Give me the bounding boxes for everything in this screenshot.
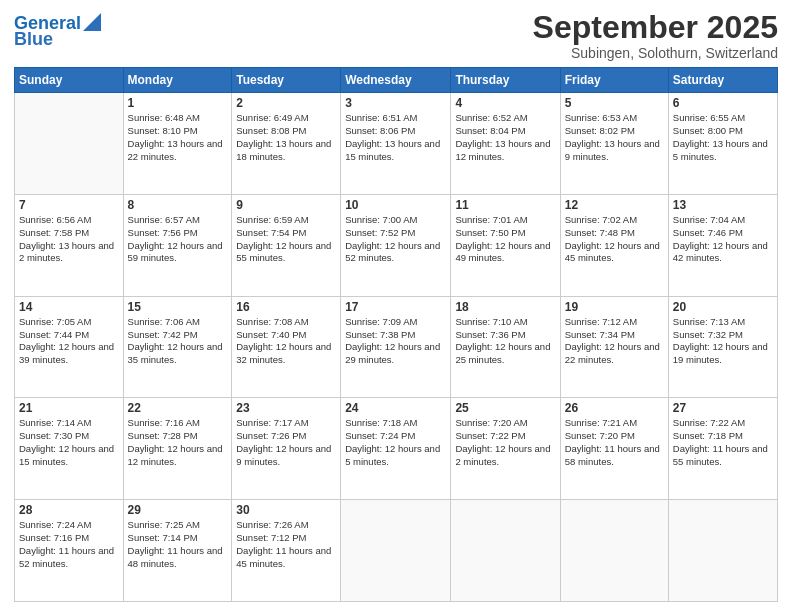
sunset-text: Sunset: 7:28 PM	[128, 430, 228, 443]
sunrise-text: Sunrise: 7:05 AM	[19, 316, 119, 329]
sunset-text: Sunset: 7:22 PM	[455, 430, 555, 443]
daylight-text: Daylight: 12 hours and 59 minutes.	[128, 240, 228, 266]
day-cell: 8 Sunrise: 6:57 AM Sunset: 7:56 PM Dayli…	[123, 194, 232, 296]
cell-content: Sunrise: 7:18 AM Sunset: 7:24 PM Dayligh…	[345, 417, 446, 468]
daylight-text: Daylight: 13 hours and 12 minutes.	[455, 138, 555, 164]
cell-content: Sunrise: 7:17 AM Sunset: 7:26 PM Dayligh…	[236, 417, 336, 468]
day-cell: 28 Sunrise: 7:24 AM Sunset: 7:16 PM Dayl…	[15, 500, 124, 602]
sunrise-text: Sunrise: 7:09 AM	[345, 316, 446, 329]
sunrise-text: Sunrise: 6:48 AM	[128, 112, 228, 125]
sunrise-text: Sunrise: 7:12 AM	[565, 316, 664, 329]
sunrise-text: Sunrise: 6:57 AM	[128, 214, 228, 227]
day-cell: 15 Sunrise: 7:06 AM Sunset: 7:42 PM Dayl…	[123, 296, 232, 398]
week-row-2: 7 Sunrise: 6:56 AM Sunset: 7:58 PM Dayli…	[15, 194, 778, 296]
sunrise-text: Sunrise: 7:21 AM	[565, 417, 664, 430]
day-number: 5	[565, 96, 664, 110]
day-number: 8	[128, 198, 228, 212]
daylight-text: Daylight: 12 hours and 25 minutes.	[455, 341, 555, 367]
sunset-text: Sunset: 7:52 PM	[345, 227, 446, 240]
cell-content: Sunrise: 7:14 AM Sunset: 7:30 PM Dayligh…	[19, 417, 119, 468]
sunrise-text: Sunrise: 7:02 AM	[565, 214, 664, 227]
cell-content: Sunrise: 7:21 AM Sunset: 7:20 PM Dayligh…	[565, 417, 664, 468]
day-number: 4	[455, 96, 555, 110]
day-cell: 17 Sunrise: 7:09 AM Sunset: 7:38 PM Dayl…	[341, 296, 451, 398]
day-cell	[560, 500, 668, 602]
logo: General Blue	[14, 14, 101, 50]
day-number: 10	[345, 198, 446, 212]
sunset-text: Sunset: 7:40 PM	[236, 329, 336, 342]
sunrise-text: Sunrise: 6:55 AM	[673, 112, 773, 125]
cell-content: Sunrise: 6:59 AM Sunset: 7:54 PM Dayligh…	[236, 214, 336, 265]
daylight-text: Daylight: 12 hours and 2 minutes.	[455, 443, 555, 469]
sunset-text: Sunset: 7:14 PM	[128, 532, 228, 545]
col-saturday: Saturday	[668, 68, 777, 93]
day-cell: 10 Sunrise: 7:00 AM Sunset: 7:52 PM Dayl…	[341, 194, 451, 296]
day-cell	[668, 500, 777, 602]
sunrise-text: Sunrise: 6:56 AM	[19, 214, 119, 227]
sunrise-text: Sunrise: 7:20 AM	[455, 417, 555, 430]
sunset-text: Sunset: 8:08 PM	[236, 125, 336, 138]
day-cell: 23 Sunrise: 7:17 AM Sunset: 7:26 PM Dayl…	[232, 398, 341, 500]
day-cell: 22 Sunrise: 7:16 AM Sunset: 7:28 PM Dayl…	[123, 398, 232, 500]
day-cell: 2 Sunrise: 6:49 AM Sunset: 8:08 PM Dayli…	[232, 93, 341, 195]
daylight-text: Daylight: 12 hours and 49 minutes.	[455, 240, 555, 266]
sunset-text: Sunset: 7:56 PM	[128, 227, 228, 240]
day-cell: 29 Sunrise: 7:25 AM Sunset: 7:14 PM Dayl…	[123, 500, 232, 602]
day-cell: 30 Sunrise: 7:26 AM Sunset: 7:12 PM Dayl…	[232, 500, 341, 602]
day-cell: 12 Sunrise: 7:02 AM Sunset: 7:48 PM Dayl…	[560, 194, 668, 296]
cell-content: Sunrise: 7:04 AM Sunset: 7:46 PM Dayligh…	[673, 214, 773, 265]
sunrise-text: Sunrise: 7:26 AM	[236, 519, 336, 532]
day-cell: 13 Sunrise: 7:04 AM Sunset: 7:46 PM Dayl…	[668, 194, 777, 296]
week-row-5: 28 Sunrise: 7:24 AM Sunset: 7:16 PM Dayl…	[15, 500, 778, 602]
cell-content: Sunrise: 6:56 AM Sunset: 7:58 PM Dayligh…	[19, 214, 119, 265]
sunset-text: Sunset: 7:26 PM	[236, 430, 336, 443]
day-number: 12	[565, 198, 664, 212]
sunset-text: Sunset: 8:04 PM	[455, 125, 555, 138]
sunset-text: Sunset: 7:50 PM	[455, 227, 555, 240]
day-cell: 6 Sunrise: 6:55 AM Sunset: 8:00 PM Dayli…	[668, 93, 777, 195]
day-number: 15	[128, 300, 228, 314]
daylight-text: Daylight: 11 hours and 58 minutes.	[565, 443, 664, 469]
day-number: 28	[19, 503, 119, 517]
cell-content: Sunrise: 7:20 AM Sunset: 7:22 PM Dayligh…	[455, 417, 555, 468]
day-cell	[15, 93, 124, 195]
col-monday: Monday	[123, 68, 232, 93]
sunrise-text: Sunrise: 7:22 AM	[673, 417, 773, 430]
daylight-text: Daylight: 12 hours and 22 minutes.	[565, 341, 664, 367]
cell-content: Sunrise: 7:24 AM Sunset: 7:16 PM Dayligh…	[19, 519, 119, 570]
day-number: 25	[455, 401, 555, 415]
sunset-text: Sunset: 7:18 PM	[673, 430, 773, 443]
sunset-text: Sunset: 8:00 PM	[673, 125, 773, 138]
daylight-text: Daylight: 11 hours and 48 minutes.	[128, 545, 228, 571]
day-cell: 27 Sunrise: 7:22 AM Sunset: 7:18 PM Dayl…	[668, 398, 777, 500]
sunrise-text: Sunrise: 7:14 AM	[19, 417, 119, 430]
sunset-text: Sunset: 7:32 PM	[673, 329, 773, 342]
cell-content: Sunrise: 7:08 AM Sunset: 7:40 PM Dayligh…	[236, 316, 336, 367]
sunset-text: Sunset: 7:20 PM	[565, 430, 664, 443]
sunset-text: Sunset: 8:02 PM	[565, 125, 664, 138]
daylight-text: Daylight: 12 hours and 42 minutes.	[673, 240, 773, 266]
col-friday: Friday	[560, 68, 668, 93]
col-tuesday: Tuesday	[232, 68, 341, 93]
day-number: 3	[345, 96, 446, 110]
title-block: September 2025 Subingen, Solothurn, Swit…	[533, 10, 778, 61]
sunset-text: Sunset: 7:46 PM	[673, 227, 773, 240]
week-row-3: 14 Sunrise: 7:05 AM Sunset: 7:44 PM Dayl…	[15, 296, 778, 398]
sunset-text: Sunset: 7:12 PM	[236, 532, 336, 545]
day-cell: 18 Sunrise: 7:10 AM Sunset: 7:36 PM Dayl…	[451, 296, 560, 398]
day-number: 22	[128, 401, 228, 415]
day-cell	[341, 500, 451, 602]
calendar-page: General Blue September 2025 Subingen, So…	[0, 0, 792, 612]
sunset-text: Sunset: 7:48 PM	[565, 227, 664, 240]
calendar-table: Sunday Monday Tuesday Wednesday Thursday…	[14, 67, 778, 602]
cell-content: Sunrise: 7:06 AM Sunset: 7:42 PM Dayligh…	[128, 316, 228, 367]
daylight-text: Daylight: 13 hours and 9 minutes.	[565, 138, 664, 164]
day-number: 20	[673, 300, 773, 314]
location-subtitle: Subingen, Solothurn, Switzerland	[533, 45, 778, 61]
sunset-text: Sunset: 8:10 PM	[128, 125, 228, 138]
sunrise-text: Sunrise: 6:52 AM	[455, 112, 555, 125]
cell-content: Sunrise: 7:10 AM Sunset: 7:36 PM Dayligh…	[455, 316, 555, 367]
cell-content: Sunrise: 6:51 AM Sunset: 8:06 PM Dayligh…	[345, 112, 446, 163]
sunset-text: Sunset: 7:38 PM	[345, 329, 446, 342]
col-wednesday: Wednesday	[341, 68, 451, 93]
